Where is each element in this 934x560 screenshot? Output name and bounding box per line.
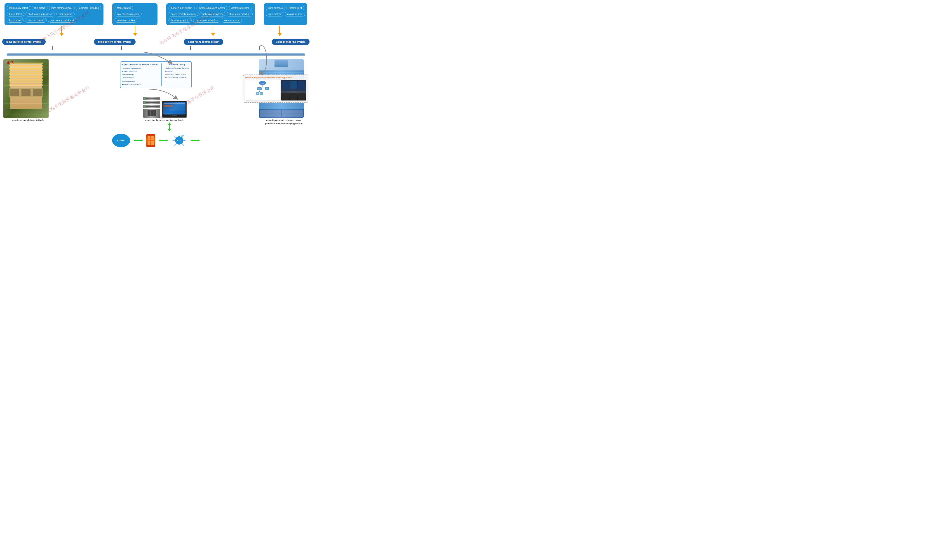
green-arrow-internet-fw [134,139,143,142]
brick-5 [148,141,151,143]
arrow-head-3 [211,33,215,36]
main-container: 焦作华飞电子电器股份有限公司 焦作华飞电子电器股份有限公司 焦作华飞电子电器股份… [0,0,312,187]
group2-row2: coal position detection [114,12,155,17]
arrow-shaft-2 [135,26,135,33]
control-label-video: Video monitoring system [272,38,310,45]
group1-row2: brake detect shaft temperature detect ro… [7,12,101,17]
led-2 [144,102,145,103]
tag-bend-detect: bend detect [7,18,23,23]
arrow-left-2 [159,139,160,142]
monitor [162,101,187,118]
brick-1 [148,136,151,138]
arrow-right-1 [141,139,143,142]
server-unit-3 [143,105,160,108]
tag-lubricating: lubricating system [168,18,191,23]
orange-arrow-2 [133,26,137,36]
tag-mine-entrance-signal: mine entrance signal [49,6,74,11]
network-section: INTERNET [112,132,200,148]
server-stripe-2 [145,102,159,103]
arrow-right-2 [166,139,168,142]
sw-item-collecting: • dedicated collecting card [165,73,190,76]
green-line-3 [192,140,198,141]
building-right: mine dispatch and command center general… [259,59,308,154]
brick-4 [151,138,154,140]
arrow-right-3 [198,139,200,142]
monitor-screen [163,102,185,114]
video-panel: Structure diagram of industrial TUI moni… [243,74,308,103]
brick-6 [151,141,154,143]
orange-arrow-3 [211,26,215,36]
tag-automatic-unloading: automatic unloading [76,6,101,11]
right-building-label-2: general information managing platform [259,122,308,125]
tag-hydraulic: hydraulic pressure system [196,6,227,11]
camera-photo [281,80,306,100]
middle-section: expert think tank of monitor software ma… [55,59,256,154]
huafei-building-label: remote service platform in Huafei [3,119,53,121]
orange-arrows [0,25,312,37]
green-arrow-lan-right [190,139,200,142]
server-drive-2 [151,110,153,116]
server-drive [148,110,150,116]
green-arrow-fw-lan [159,139,168,142]
vert-line-2 [121,46,122,50]
green-up-head [168,122,171,125]
tag-automatic-loading: automatic loading [114,18,137,23]
screen-element-1 [164,105,173,106]
tag-unloading-point: unloading point [285,12,305,17]
green-updown-arrow [168,122,171,131]
tag-rope-steady-detect: rope steady detect [7,6,30,11]
sw-item-fault-mem: fault memory [122,73,158,76]
arrow-left-1 [134,139,135,142]
orange-arrow-1 [60,26,64,36]
huafei-building-image: 华 飞 电气自动化专家 [3,59,49,118]
vert-line-3 [190,46,191,50]
group2-row3: automatic loading [114,18,155,23]
firewall-container [146,134,155,147]
tag-power-supply: power supply system [168,6,194,11]
lan-star: LAN [171,132,187,148]
tag-coal-position: coal position detection [114,12,142,17]
expert-label: expert intelligent system（device level） [145,119,185,122]
group1-row1: rope steady detect skip detect mine entr… [7,6,101,11]
group3-hoist-room: power supply system hydraulic pressure s… [166,3,255,25]
horizontal-bar [7,53,305,56]
control-label-mine-bottom: mine bottom control system [94,38,135,45]
right-building-label: mine dispatch and command center general… [259,119,308,125]
brick-2 [151,136,154,138]
curved-arrow-svg [142,87,188,100]
arrow-head-4 [277,33,282,36]
tag-shaft-temp-detect: shaft temperature detect [26,12,55,17]
green-line-1 [135,140,141,141]
led-3 [144,106,145,107]
video-panel-content: Server NVR CAM [245,80,306,100]
building-left: 华 飞 电气自动化专家 remote service platform in H… [3,59,53,154]
internet-label: INTERNET [117,140,126,142]
group2-mine-bottom: feeder control coal position detection a… [112,3,157,25]
video-panel-title: Structure diagram of industrial TUI moni… [245,77,306,79]
tag-electric-control: electric control system [193,18,220,23]
tag-shaft-temp-detection: shaft temp. detection [227,12,253,17]
tag-skip-detect: skip detect [32,6,48,11]
sw-item-ipc: • Industrial Personal Computer [165,67,190,70]
group1-mine-entrance: rope steady detect skip detect mine entr… [5,3,103,25]
screen-bar [164,111,185,113]
structure-diagram: Server NVR CAM [245,80,280,100]
green-down-head [168,129,171,131]
monitor-stand [171,115,177,116]
server-stripe-3 [145,106,159,107]
orange-arrow-4 [277,26,282,36]
green-line-2 [160,140,166,141]
group4-video: mine entrance loading point mine bottom … [264,3,307,25]
group1-row3: bend detect steel rope detect rope stead… [7,18,101,23]
arrow-shaft-4 [279,26,280,33]
bottom-section: 华 飞 电气自动化专家 remote service platform in H… [0,58,312,155]
tag-rope-steady-adjust: rope steady adjustment [48,18,76,23]
sw-item-comm: • communication newwork [165,76,190,79]
tag-brake-detect: brake detect [7,12,24,17]
sw-item-data-remote: data remote discussion [122,83,158,86]
sw-col-hardware: hardware facility • Industrial Personal … [165,63,190,86]
server-drive-3 [153,110,156,116]
sw-item-status-mon: status monitoring [122,70,158,73]
control-label-mine-entrance: mine entrance control system [2,38,46,45]
server-unit-big [143,109,160,118]
